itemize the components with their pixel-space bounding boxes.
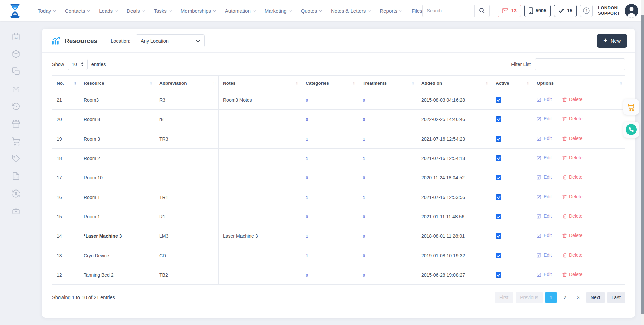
pagination-3[interactable]: 3 [573, 292, 584, 303]
active-checkbox[interactable] [496, 97, 501, 103]
active-checkbox[interactable] [496, 116, 501, 122]
active-checkbox[interactable] [496, 272, 501, 278]
column-header-no-[interactable]: No. ↑↓ [52, 76, 79, 90]
history-icon[interactable] [12, 102, 20, 111]
categories-count-link[interactable]: 1 [306, 253, 308, 258]
search-input[interactable] [422, 5, 474, 17]
delete-button[interactable]: Delete [562, 97, 582, 102]
delete-button[interactable]: Delete [562, 252, 582, 258]
new-button[interactable]: + New [597, 34, 627, 48]
column-header-resource[interactable]: Resource ↑↓ [79, 76, 155, 90]
scrollbar[interactable] [641, 0, 644, 325]
delete-button[interactable]: Delete [562, 174, 582, 180]
package-icon[interactable] [12, 50, 20, 58]
column-header-notes[interactable]: Notes ↑↓ [219, 76, 301, 90]
nav-item-memberships[interactable]: Memberships [181, 8, 216, 14]
edit-button[interactable]: Edit [537, 174, 552, 180]
nav-item-today[interactable]: Today [38, 8, 56, 14]
column-header-categories[interactable]: Categories ↑↓ [301, 76, 358, 90]
column-header-options[interactable]: Options ↑↓ [532, 76, 625, 90]
categories-count-link[interactable]: 0 [306, 98, 308, 103]
floating-phone-button[interactable] [623, 122, 639, 138]
scrollbar-thumb[interactable] [641, 15, 644, 314]
calendar-icon[interactable]: 12 [12, 32, 20, 41]
active-checkbox[interactable] [496, 175, 501, 180]
categories-count-link[interactable]: 1 [306, 156, 308, 161]
treatments-count-link[interactable]: 0 [363, 214, 365, 219]
edit-button[interactable]: Edit [537, 213, 552, 219]
copy-icon[interactable] [12, 67, 20, 76]
phone-badge[interactable]: 5905 [524, 5, 551, 17]
shopping-cart-icon[interactable] [12, 137, 20, 146]
pagination-previous[interactable]: Previous [516, 292, 542, 303]
delete-button[interactable]: Delete [562, 233, 582, 238]
pagination-first[interactable]: First [495, 292, 513, 303]
nav-item-automation[interactable]: Automation [225, 8, 255, 14]
nav-item-marketing[interactable]: Marketing [265, 8, 291, 14]
report-icon[interactable] [12, 172, 20, 180]
edit-button[interactable]: Edit [537, 233, 552, 238]
column-header-added-on[interactable]: Added on ↑↓ [417, 76, 491, 90]
pagination-2[interactable]: 2 [559, 292, 570, 303]
app-logo[interactable] [8, 3, 22, 18]
edit-button[interactable]: Edit [537, 97, 552, 102]
categories-count-link[interactable]: 1 [306, 137, 308, 142]
treatments-count-link[interactable]: 0 [363, 253, 365, 258]
delete-button[interactable]: Delete [562, 272, 582, 277]
nav-item-files[interactable]: Files [412, 8, 422, 14]
treatments-count-link[interactable]: 1 [363, 156, 365, 161]
nav-item-deals[interactable]: Deals [127, 8, 144, 14]
column-header-treatments[interactable]: Treatments ↑↓ [358, 76, 417, 90]
tag-icon[interactable] [12, 154, 20, 163]
categories-count-link[interactable]: 0 [306, 214, 308, 219]
categories-count-link[interactable]: 0 [306, 273, 308, 278]
nav-item-notes-letters[interactable]: Notes & Letters [331, 8, 370, 14]
treatments-count-link[interactable]: 0 [363, 273, 365, 278]
edit-button[interactable]: Edit [537, 116, 552, 121]
nav-item-reports[interactable]: Reports [380, 8, 402, 14]
categories-count-link[interactable]: 1 [306, 195, 308, 200]
filter-list-input[interactable] [535, 58, 625, 70]
column-header-active[interactable]: Active ↑↓ [491, 76, 532, 90]
search-button[interactable] [474, 5, 490, 17]
active-checkbox[interactable] [496, 253, 501, 258]
edit-button[interactable]: Edit [537, 252, 552, 258]
delete-button[interactable]: Delete [562, 213, 582, 219]
categories-count-link[interactable]: 0 [306, 117, 308, 122]
floating-cart-button[interactable] [623, 99, 639, 115]
treatments-count-link[interactable]: 0 [363, 117, 365, 122]
delete-button[interactable]: Delete [562, 194, 582, 199]
pagination-1[interactable]: 1 [545, 292, 557, 303]
delete-button[interactable]: Delete [562, 155, 582, 160]
page-size-select[interactable]: 10 [68, 59, 88, 70]
treatments-count-link[interactable]: 1 [363, 195, 365, 200]
treatments-count-link[interactable]: 1 [363, 137, 365, 142]
nav-item-leads[interactable]: Leads [99, 8, 117, 14]
nav-item-contacts[interactable]: Contacts [65, 8, 90, 14]
edit-button[interactable]: Edit [537, 155, 552, 160]
pagination-next[interactable]: Next [586, 292, 605, 303]
user-sync-icon[interactable] [12, 189, 20, 198]
edit-button[interactable]: Edit [537, 194, 552, 199]
edit-button[interactable]: Edit [537, 136, 552, 141]
gift-icon[interactable] [12, 119, 20, 128]
pagination-last[interactable]: Last [607, 292, 625, 303]
active-checkbox[interactable] [496, 155, 501, 161]
briefcase-lock-icon[interactable] [12, 207, 20, 215]
nav-item-tasks[interactable]: Tasks [154, 8, 171, 14]
active-checkbox[interactable] [496, 136, 501, 142]
column-header-abbreviation[interactable]: Abbreviation ↑↓ [155, 76, 219, 90]
categories-count-link[interactable]: 0 [306, 175, 308, 180]
help-button[interactable]: ? [580, 5, 593, 17]
treatments-count-link[interactable]: 0 [363, 234, 365, 239]
delete-button[interactable]: Delete [562, 116, 582, 121]
location-select[interactable]: Any Location [136, 34, 205, 47]
nav-item-quotes[interactable]: Quotes [301, 8, 322, 14]
check-in-icon[interactable] [12, 85, 20, 93]
active-checkbox[interactable] [496, 214, 501, 219]
categories-count-link[interactable]: 1 [306, 234, 308, 239]
tasks-badge[interactable]: 15 [554, 5, 577, 17]
mail-badge[interactable]: 13 [498, 5, 521, 17]
active-checkbox[interactable] [496, 194, 501, 200]
edit-button[interactable]: Edit [537, 272, 552, 277]
